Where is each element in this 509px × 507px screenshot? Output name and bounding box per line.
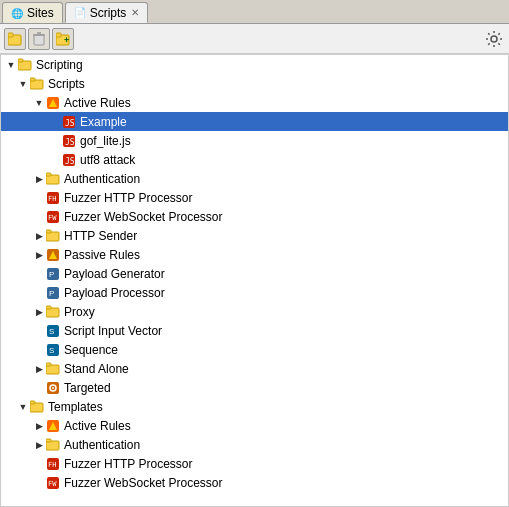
active-rules-icon xyxy=(45,95,61,111)
svg-rect-1 xyxy=(8,33,13,37)
tab-sites[interactable]: 🌐 Sites xyxy=(2,2,63,23)
svg-rect-42 xyxy=(46,363,51,366)
stand-alone-folder-icon xyxy=(45,361,61,377)
utf8-icon: JS xyxy=(61,152,77,168)
expand-passive-rules[interactable] xyxy=(33,250,45,260)
delete-button[interactable] xyxy=(28,28,50,50)
tree-item-active-rules[interactable]: Active Rules xyxy=(1,93,508,112)
svg-text:JS: JS xyxy=(65,119,75,128)
scripts-folder-icon xyxy=(29,76,45,92)
authentication-label: Authentication xyxy=(64,172,140,186)
tree-content[interactable]: Scripting Scripts Active Rules xyxy=(0,54,509,507)
stand-alone-label: Stand Alone xyxy=(64,362,129,376)
add-icon: + xyxy=(56,32,70,46)
expand-tpl-active-rules[interactable] xyxy=(33,421,45,431)
fuzzer-ws-label: Fuzzer WebSocket Processor xyxy=(64,210,223,224)
tree-item-scripting[interactable]: Scripting xyxy=(1,55,508,74)
proxy-label: Proxy xyxy=(64,305,95,319)
tpl-fuzzer-http-label: Fuzzer HTTP Processor xyxy=(64,457,192,471)
tree-item-http-sender[interactable]: HTTP Sender xyxy=(1,226,508,245)
tpl-auth-label: Authentication xyxy=(64,438,140,452)
svg-rect-10 xyxy=(18,59,23,62)
gof-label: gof_lite.js xyxy=(80,134,131,148)
payload-generator-label: Payload Generator xyxy=(64,267,165,281)
tree-item-targeted[interactable]: Targeted xyxy=(1,378,508,397)
add-button[interactable]: + xyxy=(52,28,74,50)
tree-item-sequence[interactable]: S Sequence xyxy=(1,340,508,359)
tree-item-templates-fuzzer-http[interactable]: FH Fuzzer HTTP Processor xyxy=(1,454,508,473)
expand-tpl-auth[interactable] xyxy=(33,440,45,450)
expand-templates[interactable] xyxy=(17,402,29,412)
tree-item-payload-generator[interactable]: P Payload Generator xyxy=(1,264,508,283)
auth-folder-icon xyxy=(45,171,61,187)
tree-item-templates[interactable]: Templates xyxy=(1,397,508,416)
tree-item-example[interactable]: JS Example xyxy=(1,112,508,131)
expand-auth[interactable] xyxy=(33,174,45,184)
svg-rect-36 xyxy=(46,306,51,309)
expand-scripting[interactable] xyxy=(5,60,17,70)
tree-item-templates-auth[interactable]: Authentication xyxy=(1,435,508,454)
utf8-label: utf8 attack xyxy=(80,153,135,167)
tree-item-scripts[interactable]: Scripts xyxy=(1,74,508,93)
expand-proxy[interactable] xyxy=(33,307,45,317)
tpl-fuzzer-ws-label: Fuzzer WebSocket Processor xyxy=(64,476,223,490)
tab-bar: 🌐 Sites 📄 Scripts ✕ xyxy=(0,0,509,24)
tree-item-templates-fuzzer-ws[interactable]: FW Fuzzer WebSocket Processor xyxy=(1,473,508,492)
tree-item-stand-alone[interactable]: Stand Alone xyxy=(1,359,508,378)
toolbar-left: + xyxy=(4,28,74,50)
expand-http-sender[interactable] xyxy=(33,231,45,241)
scripting-label: Scripting xyxy=(36,58,83,72)
tpl-active-rules-icon xyxy=(45,418,61,434)
svg-rect-28 xyxy=(46,230,51,233)
payload-processor-icon: P xyxy=(45,285,61,301)
example-icon: JS xyxy=(61,114,77,130)
tree-item-script-input-vector[interactable]: S Script Input Vector xyxy=(1,321,508,340)
siv-label: Script Input Vector xyxy=(64,324,162,338)
svg-text:S: S xyxy=(49,327,54,336)
expand-scripts[interactable] xyxy=(17,79,29,89)
expand-stand-alone[interactable] xyxy=(33,364,45,374)
passive-rules-label: Passive Rules xyxy=(64,248,140,262)
settings-icon xyxy=(485,30,503,48)
templates-folder-icon xyxy=(29,399,45,415)
tab-scripts[interactable]: 📄 Scripts ✕ xyxy=(65,2,149,23)
new-folder-button[interactable] xyxy=(4,28,26,50)
passive-rules-icon xyxy=(45,247,61,263)
active-rules-label: Active Rules xyxy=(64,96,131,110)
svg-text:FW: FW xyxy=(48,480,57,488)
svg-point-8 xyxy=(491,36,497,42)
tree-item-payload-processor[interactable]: P Payload Processor xyxy=(1,283,508,302)
svg-text:S: S xyxy=(49,346,54,355)
tpl-active-rules-label: Active Rules xyxy=(64,419,131,433)
fuzzer-ws-icon: FW xyxy=(45,209,61,225)
tree-item-templates-active-rules[interactable]: Active Rules xyxy=(1,416,508,435)
gof-icon: JS xyxy=(61,133,77,149)
svg-point-45 xyxy=(52,387,54,389)
settings-button[interactable] xyxy=(483,28,505,50)
proxy-folder-icon xyxy=(45,304,61,320)
tree-item-fuzzer-http[interactable]: FH Fuzzer HTTP Processor xyxy=(1,188,508,207)
tree-item-fuzzer-ws[interactable]: FW Fuzzer WebSocket Processor xyxy=(1,207,508,226)
scripts-tab-icon: 📄 xyxy=(74,7,86,18)
svg-text:JS: JS xyxy=(65,157,75,166)
svg-rect-22 xyxy=(46,173,51,176)
sites-tab-icon: 🌐 xyxy=(11,8,23,19)
tree-item-utf8[interactable]: JS utf8 attack xyxy=(1,150,508,169)
payload-generator-icon: P xyxy=(45,266,61,282)
svg-rect-51 xyxy=(46,439,51,442)
delete-icon xyxy=(32,32,46,46)
svg-text:FH: FH xyxy=(48,461,56,469)
tree-item-gof-lite[interactable]: JS gof_lite.js xyxy=(1,131,508,150)
tpl-fuzzer-ws-icon: FW xyxy=(45,475,61,491)
example-label: Example xyxy=(80,115,127,129)
svg-text:P: P xyxy=(49,270,54,279)
tab-scripts-label: Scripts xyxy=(90,6,127,20)
tab-scripts-close[interactable]: ✕ xyxy=(131,7,139,18)
tree-item-authentication[interactable]: Authentication xyxy=(1,169,508,188)
tree-item-proxy[interactable]: Proxy xyxy=(1,302,508,321)
svg-rect-12 xyxy=(30,78,35,81)
svg-rect-2 xyxy=(34,35,44,45)
scripts-label: Scripts xyxy=(48,77,85,91)
tree-item-passive-rules[interactable]: Passive Rules xyxy=(1,245,508,264)
expand-active-rules[interactable] xyxy=(33,98,45,108)
